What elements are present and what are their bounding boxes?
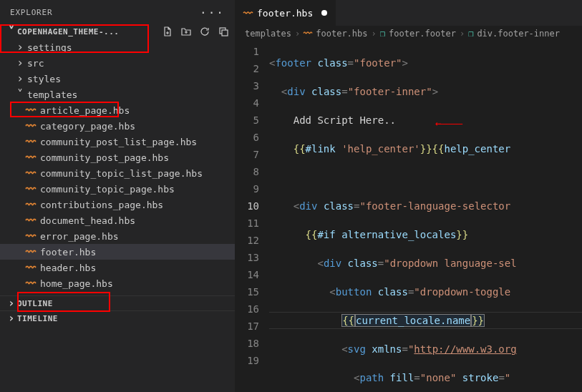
chevron-right-icon: ›	[14, 42, 26, 52]
folder-label: templates	[27, 89, 77, 100]
handlebars-icon: 〰	[243, 8, 253, 19]
chevron-down-icon: ˅	[6, 26, 17, 36]
chevron-right-icon: ›	[6, 313, 17, 323]
file-label: community_topic_page.hbs	[40, 184, 175, 195]
file-item[interactable]: 〰community_post_page.hbs	[0, 150, 235, 165]
handlebars-icon: 〰	[26, 152, 36, 163]
explorer-title: EXPLORER	[10, 8, 52, 17]
symbol-icon: ❒	[380, 29, 385, 39]
new-file-icon[interactable]	[162, 26, 173, 37]
file-label: community_post_page.hbs	[40, 152, 169, 163]
folder-label: settings	[27, 42, 72, 53]
annotation-arrow-icon: ←————	[435, 114, 462, 132]
folder-label: styles	[27, 74, 61, 84]
timeline-section-header[interactable]: ›TIMELINE	[0, 310, 235, 325]
folder-settings[interactable]: ›settings	[0, 39, 235, 55]
explorer-more-icon[interactable]: ···	[200, 6, 225, 19]
handlebars-icon: 〰	[26, 278, 36, 289]
file-item[interactable]: 〰contributions_page.hbs	[0, 197, 235, 212]
file-label: header.hbs	[40, 263, 96, 273]
breadcrumb-file: footer.hbs	[316, 29, 367, 39]
file-label: footer.hbs	[40, 247, 96, 258]
breadcrumb[interactable]: templates › 〰 footer.hbs › ❒ footer.foot…	[235, 26, 582, 41]
handlebars-icon: 〰	[26, 167, 36, 179]
project-name: COPENHAGEN_THEME-...	[17, 27, 119, 36]
file-label: document_head.hbs	[40, 215, 135, 226]
file-item[interactable]: 〰error_page.hbs	[0, 228, 235, 244]
outline-label: OUTLINE	[17, 299, 53, 308]
handlebars-icon: 〰	[26, 136, 36, 147]
file-item[interactable]: 〰header.hbs	[0, 260, 235, 275]
breadcrumb-symbol: footer.footer	[389, 29, 456, 39]
new-folder-icon[interactable]	[180, 26, 192, 37]
handlebars-icon: 〰	[26, 262, 36, 273]
file-item-footer[interactable]: 〰footer.hbs	[0, 244, 235, 260]
file-label: community_topic_list_page.hbs	[40, 168, 203, 179]
refresh-icon[interactable]	[199, 26, 210, 37]
file-item[interactable]: 〰community_topic_page.hbs	[0, 181, 235, 197]
symbol-icon: ❒	[468, 29, 473, 39]
line-gutter: 12345678910111213141516171819	[235, 41, 269, 392]
file-label: community_post_list_page.hbs	[40, 137, 197, 147]
modified-indicator-icon	[321, 10, 327, 16]
file-label: error_page.hbs	[40, 231, 119, 242]
file-label: category_page.hbs	[40, 121, 135, 132]
handlebars-icon: 〰	[26, 120, 36, 132]
code-editor[interactable]: 12345678910111213141516171819 <footer cl…	[235, 41, 582, 392]
breadcrumb-separator-icon: ›	[295, 29, 300, 39]
breadcrumb-symbol: div.footer-inner	[477, 29, 560, 39]
file-label: contributions_page.hbs	[40, 200, 163, 210]
code-content[interactable]: <footer class="footer"> <div class="foot…	[269, 41, 582, 392]
handlebars-icon: 〰	[26, 104, 36, 116]
tab-footer[interactable]: 〰 footer.hbs	[235, 0, 336, 26]
folder-label: src	[27, 58, 44, 69]
file-item[interactable]: 〰article_page.hbs	[0, 102, 235, 118]
chevron-right-icon: ›	[14, 58, 26, 68]
file-item[interactable]: 〰category_page.hbs	[0, 118, 235, 134]
breadcrumb-folder: templates	[245, 29, 291, 39]
chevron-down-icon: ˅	[14, 89, 26, 99]
handlebars-icon: 〰	[304, 29, 312, 39]
chevron-right-icon: ›	[14, 74, 26, 84]
handlebars-icon: 〰	[26, 215, 36, 226]
svg-rect-1	[222, 30, 228, 36]
file-label: home_page.hbs	[40, 278, 113, 289]
file-item[interactable]: 〰community_post_list_page.hbs	[0, 134, 235, 150]
file-label: article_page.hbs	[40, 105, 130, 116]
editor-tabs: 〰 footer.hbs	[235, 0, 582, 26]
breadcrumb-separator-icon: ›	[372, 29, 377, 39]
tab-label: footer.hbs	[257, 8, 313, 19]
folder-styles[interactable]: ›styles	[0, 71, 235, 87]
handlebars-icon: 〰	[26, 183, 36, 195]
handlebars-icon: 〰	[26, 230, 36, 242]
file-item[interactable]: 〰home_page.hbs	[0, 275, 235, 291]
handlebars-icon: 〰	[26, 199, 36, 210]
file-item[interactable]: 〰community_topic_list_page.hbs	[0, 165, 235, 181]
handlebars-icon: 〰	[26, 246, 36, 258]
folder-src[interactable]: ›src	[0, 55, 235, 71]
file-item[interactable]: 〰document_head.hbs	[0, 212, 235, 228]
outline-section-header[interactable]: ›OUTLINE	[0, 295, 235, 310]
breadcrumb-separator-icon: ›	[460, 29, 465, 39]
timeline-label: TIMELINE	[17, 314, 58, 323]
chevron-right-icon: ›	[6, 298, 17, 308]
folder-templates[interactable]: ˅templates	[0, 87, 235, 102]
collapse-all-icon[interactable]	[218, 26, 229, 37]
project-section-header[interactable]: ˅ COPENHAGEN_THEME-...	[0, 24, 235, 39]
